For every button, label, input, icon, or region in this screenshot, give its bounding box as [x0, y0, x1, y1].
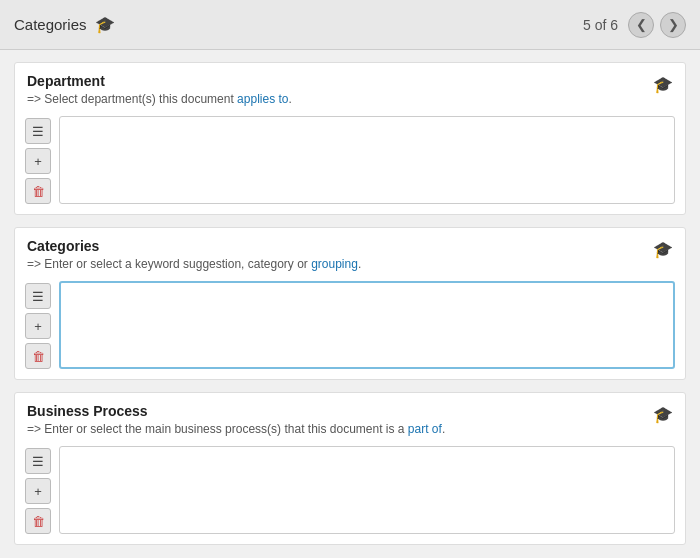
- business-process-section-header-left: Business Process => Enter or select the …: [27, 403, 645, 436]
- categories-link: grouping: [311, 257, 358, 271]
- list-icon: ☰: [32, 124, 44, 139]
- prev-page-button[interactable]: ❮: [628, 12, 654, 38]
- add-icon: +: [34, 154, 42, 169]
- chevron-left-icon: ❮: [636, 17, 647, 32]
- department-section-body: ☰ + 🗑: [15, 110, 685, 214]
- categories-add-button[interactable]: +: [25, 313, 51, 339]
- delete-icon: 🗑: [32, 349, 45, 364]
- business-process-action-buttons: ☰ + 🗑: [25, 446, 51, 534]
- department-section: Department => Select department(s) this …: [14, 62, 686, 215]
- add-icon: +: [34, 319, 42, 334]
- delete-icon: 🗑: [32, 514, 45, 529]
- categories-description: => Enter or select a keyword suggestion,…: [27, 257, 645, 271]
- business-process-section-body: ☰ + 🗑: [15, 440, 685, 544]
- department-list-button[interactable]: ☰: [25, 118, 51, 144]
- business-process-description: => Enter or select the main business pro…: [27, 422, 645, 436]
- department-action-buttons: ☰ + 🗑: [25, 116, 51, 204]
- categories-help-icon: 🎓: [653, 240, 673, 259]
- business-process-delete-button[interactable]: 🗑: [25, 508, 51, 534]
- header-bar: Categories 🎓 5 of 6 ❮ ❯: [0, 0, 700, 50]
- header-graduation-icon: 🎓: [95, 15, 115, 34]
- business-process-section: Business Process => Enter or select the …: [14, 392, 686, 545]
- department-description: => Select department(s) this document ap…: [27, 92, 645, 106]
- categories-delete-button[interactable]: 🗑: [25, 343, 51, 369]
- department-section-header-left: Department => Select department(s) this …: [27, 73, 645, 106]
- page-container: Categories 🎓 5 of 6 ❮ ❯ Department => Se…: [0, 0, 700, 558]
- department-help-icon: 🎓: [653, 75, 673, 94]
- business-process-list-button[interactable]: ☰: [25, 448, 51, 474]
- header-right: 5 of 6 ❮ ❯: [583, 12, 686, 38]
- main-content: Department => Select department(s) this …: [0, 50, 700, 558]
- department-link: applies to: [237, 92, 288, 106]
- categories-section-header-left: Categories => Enter or select a keyword …: [27, 238, 645, 271]
- department-add-button[interactable]: +: [25, 148, 51, 174]
- categories-section: Categories => Enter or select a keyword …: [14, 227, 686, 380]
- business-process-title: Business Process: [27, 403, 645, 419]
- categories-section-body: ☰ + 🗑: [15, 275, 685, 379]
- categories-title: Categories: [27, 238, 645, 254]
- next-page-button[interactable]: ❯: [660, 12, 686, 38]
- department-field[interactable]: [59, 116, 675, 204]
- department-section-header: Department => Select department(s) this …: [15, 63, 685, 110]
- business-process-help-icon: 🎓: [653, 405, 673, 424]
- categories-action-buttons: ☰ + 🗑: [25, 281, 51, 369]
- department-delete-button[interactable]: 🗑: [25, 178, 51, 204]
- business-process-section-header: Business Process => Enter or select the …: [15, 393, 685, 440]
- department-title: Department: [27, 73, 645, 89]
- categories-list-button[interactable]: ☰: [25, 283, 51, 309]
- chevron-right-icon: ❯: [668, 17, 679, 32]
- business-process-link: part of: [408, 422, 442, 436]
- categories-section-header: Categories => Enter or select a keyword …: [15, 228, 685, 275]
- page-title: Categories: [14, 16, 87, 33]
- delete-icon: 🗑: [32, 184, 45, 199]
- list-icon: ☰: [32, 454, 44, 469]
- list-icon: ☰: [32, 289, 44, 304]
- page-counter: 5 of 6: [583, 17, 618, 33]
- business-process-field[interactable]: [59, 446, 675, 534]
- header-left: Categories 🎓: [14, 15, 115, 34]
- categories-field[interactable]: [59, 281, 675, 369]
- business-process-add-button[interactable]: +: [25, 478, 51, 504]
- add-icon: +: [34, 484, 42, 499]
